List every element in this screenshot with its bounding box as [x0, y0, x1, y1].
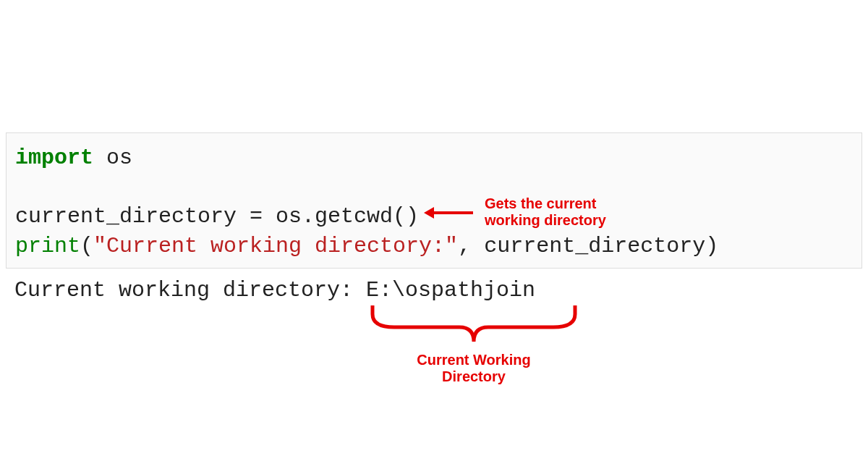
code-block: import os current_directory = os.getcwd(…	[6, 132, 862, 269]
code-text: , current_directory)	[458, 234, 718, 258]
arrow-line	[433, 211, 473, 214]
brace-label-line2: Directory	[412, 368, 535, 385]
keyword-import: import	[15, 145, 93, 170]
string-literal: "Current working directory:"	[93, 234, 458, 258]
brace-label-line1: Current Working	[412, 352, 535, 368]
curly-brace-icon	[365, 305, 582, 356]
paren: (	[80, 234, 93, 258]
code-text: current_directory = os.getcwd()	[15, 204, 419, 229]
arrow-label-line1: Gets the current	[485, 195, 606, 212]
output-line: Current working directory: E:\ospathjoin	[14, 278, 535, 303]
brace-label: Current Working Directory	[412, 352, 535, 385]
arrow-label: Gets the current working directory	[485, 195, 606, 229]
code-line-2: current_directory = os.getcwd()	[15, 202, 853, 232]
code-line-3: print("Current working directory:", curr…	[15, 232, 853, 261]
code-line-blank	[15, 173, 853, 203]
arrow-label-line2: working directory	[485, 212, 606, 229]
code-text: os	[93, 145, 132, 170]
code-line-1: import os	[15, 143, 853, 173]
builtin-print: print	[15, 234, 80, 258]
